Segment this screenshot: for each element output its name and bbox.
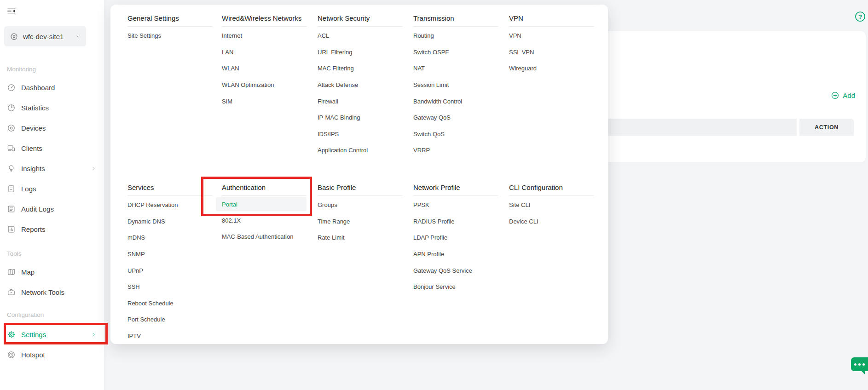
menu-item-switch-qos[interactable]: Switch QoS xyxy=(413,126,498,143)
menu-item-switch-ospf[interactable]: Switch OSPF xyxy=(413,44,498,61)
menu-item-ppsk[interactable]: PPSK xyxy=(413,197,498,213)
menu-item-ip-mac-binding[interactable]: IP-MAC Binding xyxy=(318,109,402,126)
sidebar-item-label: Map xyxy=(21,268,35,276)
menu-item-rate-limit[interactable]: Rate Limit xyxy=(318,229,402,246)
menu-item-wlan[interactable]: WLAN xyxy=(222,60,307,77)
sidebar-item-reports[interactable]: Reports xyxy=(0,219,104,239)
menu-item-mdns[interactable]: mDNS xyxy=(127,229,212,246)
sidebar-item-audit-logs[interactable]: Audit Logs xyxy=(0,199,104,219)
gauge-icon xyxy=(7,83,16,92)
menu-group-transmission: Transmission Routing Switch OSPF NAT Ses… xyxy=(413,14,509,183)
sidebar-collapse-button[interactable] xyxy=(6,5,17,17)
menu-item-session-limit[interactable]: Session Limit xyxy=(413,77,498,93)
svg-text:?: ? xyxy=(858,13,862,20)
sidebar-item-logs[interactable]: Logs xyxy=(0,178,104,199)
sidebar-item-network-tools[interactable]: Network Tools xyxy=(0,282,104,302)
sidebar-item-devices[interactable]: Devices xyxy=(0,118,104,138)
menu-group-title: Basic Profile xyxy=(318,183,413,192)
menu-item-application-control[interactable]: Application Control xyxy=(318,142,402,159)
help-button[interactable]: ? xyxy=(854,11,866,23)
menu-item-gateway-qos[interactable]: Gateway QoS xyxy=(413,109,498,126)
menu-group-title: Services xyxy=(127,183,222,192)
chat-button[interactable] xyxy=(851,357,868,371)
device-circle-icon xyxy=(7,124,16,132)
menu-item-dynamic-dns[interactable]: Dynamic DNS xyxy=(127,213,212,230)
sidebar-item-label: Audit Logs xyxy=(21,205,54,213)
menu-item-sim[interactable]: SIM xyxy=(222,93,307,109)
sidebar-item-label: Dashboard xyxy=(21,84,55,92)
menu-group-network-profile: Network Profile PPSK RADIUS Profile LDAP… xyxy=(413,183,509,344)
chat-dot xyxy=(858,363,861,366)
menu-item-acl[interactable]: ACL xyxy=(318,28,402,44)
menu-item-mac-filtering[interactable]: MAC Filtering xyxy=(318,60,402,77)
divider xyxy=(127,26,212,27)
menu-item-site-cli[interactable]: Site CLI xyxy=(509,197,594,213)
menu-item-upnp[interactable]: UPnP xyxy=(127,262,212,279)
divider xyxy=(222,195,307,196)
menu-item-ids-ips[interactable]: IDS/IPS xyxy=(318,126,402,143)
menu-item-ssl-vpn[interactable]: SSL VPN xyxy=(509,44,594,61)
menu-group-title: Network Profile xyxy=(413,183,509,192)
menu-item-snmp[interactable]: SNMP xyxy=(127,246,212,263)
menu-item-wireguard[interactable]: Wireguard xyxy=(509,60,594,77)
sidebar-item-dashboard[interactable]: Dashboard xyxy=(0,77,104,98)
menu-item-mac-based-authentication[interactable]: MAC-Based Authentication xyxy=(222,229,307,245)
site-selector-label: wfc-dev-site1 xyxy=(23,33,75,40)
menu-group-wired-wireless-networks: Wired&Wireless Networks Internet LAN WLA… xyxy=(222,14,318,183)
menu-item-iptv[interactable]: IPTV xyxy=(127,328,212,344)
add-button[interactable]: Add xyxy=(831,89,855,101)
pie-chart-icon xyxy=(7,103,16,112)
menu-item-wlan-optimization[interactable]: WLAN Optimization xyxy=(222,77,307,93)
collapse-menu-icon xyxy=(6,6,17,16)
menu-item-vrrp[interactable]: VRRP xyxy=(413,142,498,159)
menu-item-url-filtering[interactable]: URL Filtering xyxy=(318,44,402,61)
chevron-down-icon xyxy=(75,33,81,40)
menu-item-device-cli[interactable]: Device CLI xyxy=(509,213,594,230)
menu-item-bonjour-service[interactable]: Bonjour Service xyxy=(413,279,498,295)
menu-item-vpn[interactable]: VPN xyxy=(509,28,594,44)
site-selector[interactable]: wfc-dev-site1 xyxy=(4,26,86,46)
menu-group-cli-configuration: CLI Configuration Site CLI Device CLI xyxy=(509,183,608,344)
sidebar-item-hotspot[interactable]: Hotspot xyxy=(0,344,104,365)
toolbox-icon xyxy=(7,288,16,297)
divider xyxy=(509,195,594,196)
menu-item-groups[interactable]: Groups xyxy=(318,197,402,213)
sidebar-item-clients[interactable]: Clients xyxy=(0,138,104,158)
sidebar-item-label: Devices xyxy=(21,124,46,132)
clients-devices-icon xyxy=(7,144,16,153)
menu-item-802-1x[interactable]: 802.1X xyxy=(222,212,307,229)
menu-group-title: VPN xyxy=(509,14,608,23)
sidebar-item-statistics[interactable]: Statistics xyxy=(0,98,104,118)
menu-item-portal[interactable]: Portal xyxy=(216,197,307,211)
menu-item-apn-profile[interactable]: APN Profile xyxy=(413,246,498,263)
menu-item-port-schedule[interactable]: Port Schedule xyxy=(127,311,212,328)
menu-item-radius-profile[interactable]: RADIUS Profile xyxy=(413,213,498,230)
menu-item-internet[interactable]: Internet xyxy=(222,28,307,44)
divider xyxy=(413,26,498,27)
divider xyxy=(413,195,498,196)
menu-item-attack-defense[interactable]: Attack Defense xyxy=(318,77,402,93)
sidebar-item-label: Insights xyxy=(21,165,45,172)
menu-item-ldap-profile[interactable]: LDAP Profile xyxy=(413,229,498,246)
sidebar-section-tools: Tools xyxy=(7,250,104,258)
menu-item-gateway-qos-service[interactable]: Gateway QoS Service xyxy=(413,262,498,279)
menu-item-firewall[interactable]: Firewall xyxy=(318,93,402,109)
sidebar-item-insights[interactable]: Insights xyxy=(0,158,104,178)
menu-item-reboot-schedule[interactable]: Reboot Schedule xyxy=(127,295,212,312)
menu-item-dhcp-reservation[interactable]: DHCP Reservation xyxy=(127,197,212,213)
sidebar-item-settings[interactable]: Settings xyxy=(0,324,104,344)
gear-icon xyxy=(7,330,16,339)
menu-item-lan[interactable]: LAN xyxy=(222,44,307,61)
divider xyxy=(318,195,402,196)
menu-item-nat[interactable]: NAT xyxy=(413,60,498,77)
chevron-right-icon xyxy=(91,166,97,172)
menu-group-title: Network Security xyxy=(318,14,413,23)
menu-item-time-range[interactable]: Time Range xyxy=(318,213,402,230)
sidebar-item-map[interactable]: Map xyxy=(0,262,104,282)
menu-item-site-settings[interactable]: Site Settings xyxy=(127,28,212,44)
menu-item-ssh[interactable]: SSH xyxy=(127,279,212,295)
menu-group-title: Transmission xyxy=(413,14,509,23)
menu-item-routing[interactable]: Routing xyxy=(413,28,498,44)
menu-group-authentication: Authentication Portal 802.1X MAC-Based A… xyxy=(222,183,318,344)
menu-item-bandwidth-control[interactable]: Bandwidth Control xyxy=(413,93,498,109)
